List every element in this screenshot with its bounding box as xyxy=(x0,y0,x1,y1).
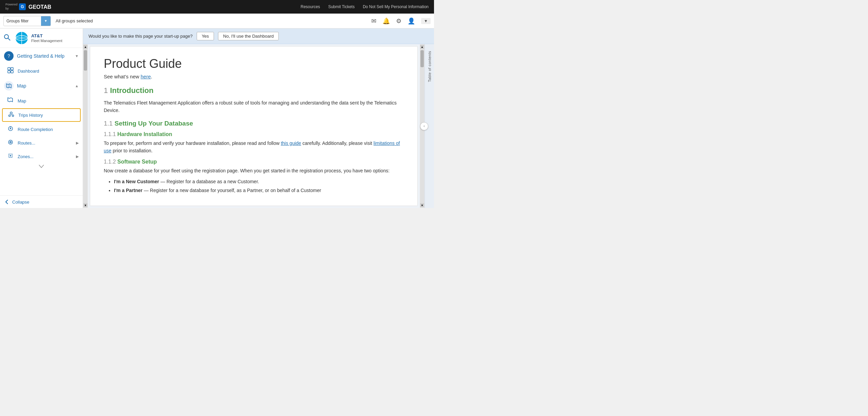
left-scrollbar: ▲ ▼ xyxy=(83,44,88,208)
groups-filter-label: Groups filter xyxy=(4,19,41,23)
sidebar-logo-area: AT&T Fleet Management xyxy=(15,31,79,45)
section-1-1-number: 1.1 xyxy=(104,120,113,127)
sidebar-item-dashboard[interactable]: Dashboard xyxy=(0,64,83,78)
do-not-sell-link[interactable]: Do Not Sell My Personal Information xyxy=(363,4,429,9)
sidebar-item-zones[interactable]: Zones... ▶ xyxy=(0,150,83,163)
scroll-up-btn[interactable]: ▲ xyxy=(83,45,87,49)
svg-marker-16 xyxy=(8,98,13,102)
sidebar-item-route-completion[interactable]: Route Completion xyxy=(0,122,83,136)
section-1-1-2-title-text: Software Setup xyxy=(117,159,157,165)
getting-started-icon: ? xyxy=(4,51,14,61)
getting-started-chevron-icon: ▼ xyxy=(75,54,79,58)
startup-no-button[interactable]: No, I'll use the Dashboard xyxy=(218,32,279,40)
svg-rect-10 xyxy=(11,68,13,70)
svg-point-3 xyxy=(4,35,8,39)
sidebar-item-getting-started[interactable]: ? Getting Started & Help ▼ xyxy=(0,48,83,64)
user-icon[interactable]: 👤 xyxy=(408,17,415,25)
svg-point-18 xyxy=(9,115,11,117)
this-guide-link[interactable]: this guide xyxy=(281,140,301,146)
groups-filter-arrow-icon: ▼ xyxy=(41,16,51,26)
right-scroll-down[interactable]: ▼ xyxy=(420,203,424,207)
groups-filter-dropdown[interactable]: Groups filter ▼ xyxy=(3,16,51,26)
bell-icon[interactable]: 🔔 xyxy=(382,17,390,25)
zones-arrow-icon: ▶ xyxy=(76,154,79,159)
bullet-list: I'm a New Customer — Register for a data… xyxy=(114,178,404,194)
sidebar-top: AT&T Fleet Management xyxy=(0,29,83,48)
svg-point-27 xyxy=(10,142,11,143)
sidebar-item-map[interactable]: Map xyxy=(0,94,83,108)
startup-yes-button[interactable]: Yes xyxy=(197,32,214,40)
geotab-wordmark: G GEOTAB xyxy=(19,2,60,12)
map-section-label: Map xyxy=(17,83,72,89)
trips-history-label: Trips History xyxy=(18,113,78,118)
section-1-1-1-number: 1.1.1 xyxy=(104,131,116,137)
sidebar-item-trips-history[interactable]: Trips History xyxy=(2,108,81,122)
section-1-number: 1 xyxy=(104,86,108,95)
subtitle-link[interactable]: here xyxy=(141,74,151,79)
software-paragraph: Now create a database for your fleet usi… xyxy=(104,167,404,174)
list-item-partner: I'm a Partner — Register for a new datab… xyxy=(114,187,404,194)
svg-marker-13 xyxy=(6,84,11,88)
svg-text:GEOTAB: GEOTAB xyxy=(28,4,51,10)
user-dropdown[interactable]: ▼ xyxy=(421,18,431,24)
att-logo xyxy=(15,31,28,45)
dashboard-label: Dashboard xyxy=(18,69,79,74)
content-wrapper: ▲ ▼ Product Guide See what's new here. 1… xyxy=(83,44,434,208)
sidebar: AT&T Fleet Management ? Getting Started … xyxy=(0,29,83,208)
section-1-1-1-heading: 1.1.1 Hardware Installation xyxy=(104,131,404,137)
svg-point-17 xyxy=(10,112,12,114)
subtitle-text: See what's new xyxy=(104,74,141,79)
svg-point-28 xyxy=(10,155,11,156)
startup-bar: Would you like to make this page your st… xyxy=(83,29,434,44)
routes-icon xyxy=(7,139,14,147)
section-1-1-heading: 1.1 Setting Up Your Database xyxy=(104,120,404,127)
doc-subtitle: See what's new here. xyxy=(104,74,404,79)
svg-rect-9 xyxy=(8,68,10,70)
getting-started-label: Getting Started & Help xyxy=(17,53,72,59)
page-title: Product Guide xyxy=(104,57,404,71)
map-chevron-icon: ▲ xyxy=(75,84,79,88)
geotab-logo: Powered by G GEOTAB xyxy=(5,2,60,12)
trips-history-icon xyxy=(7,111,15,119)
gear-icon[interactable]: ⚙ xyxy=(396,17,401,25)
filter-bar: Groups filter ▼ All groups selected ✉ 🔔 … xyxy=(0,14,434,29)
sidebar-company-info: AT&T Fleet Management xyxy=(31,33,62,43)
hardware-pre: To prepare for, perform and verify your … xyxy=(104,140,281,146)
search-icon[interactable] xyxy=(3,34,11,43)
submit-tickets-link[interactable]: Submit Tickets xyxy=(328,4,355,9)
mail-icon[interactable]: ✉ xyxy=(371,17,376,25)
svg-line-20 xyxy=(10,114,11,115)
zones-icon xyxy=(7,153,14,160)
topbar-left: Powered by G GEOTAB xyxy=(5,2,60,12)
bullet2-text: — Register for a new database for yourse… xyxy=(142,188,321,193)
map-item-label: Map xyxy=(18,98,79,103)
svg-line-4 xyxy=(8,38,10,40)
right-scroll-thumb xyxy=(420,50,424,67)
sidebar-company-name: AT&T xyxy=(31,33,62,39)
sidebar-item-map-section[interactable]: Map ▲ xyxy=(0,78,83,94)
resources-link[interactable]: Resources xyxy=(301,4,320,9)
scroll-track xyxy=(83,49,87,203)
hardware-end: prior to installation. xyxy=(112,148,153,153)
sidebar-collapse-button[interactable]: Collapse xyxy=(0,195,83,208)
content-area: Would you like to make this page your st… xyxy=(83,29,434,208)
sidebar-item-routes[interactable]: Routes... ▶ xyxy=(0,136,83,150)
bullet1-bold: I'm a New Customer xyxy=(114,179,159,184)
all-groups-selected-text: All groups selected xyxy=(56,18,93,23)
toc-bar: ‹ Table of contents xyxy=(425,44,434,208)
section-1-1-1-title-text: Hardware Installation xyxy=(117,131,172,137)
right-scroll-up[interactable]: ▲ xyxy=(420,45,424,49)
toc-collapse-button[interactable]: ‹ xyxy=(420,122,428,130)
bullet1-text: — Register for a database as a new Custo… xyxy=(159,179,259,184)
scroll-down-btn[interactable]: ▼ xyxy=(83,203,87,207)
svg-rect-11 xyxy=(8,71,10,73)
dashboard-icon xyxy=(7,67,14,75)
section-1-1-2-number: 1.1.2 xyxy=(104,159,116,165)
subtitle-end: . xyxy=(151,74,152,79)
section-1-1-title-text: Setting Up Your Database xyxy=(115,120,193,127)
zones-label: Zones... xyxy=(18,154,73,159)
svg-point-19 xyxy=(12,115,14,117)
topbar-right: Resources Submit Tickets Do Not Sell My … xyxy=(301,4,429,9)
toc-label[interactable]: Table of contents xyxy=(428,51,432,82)
sidebar-scroll-down[interactable] xyxy=(0,163,83,169)
